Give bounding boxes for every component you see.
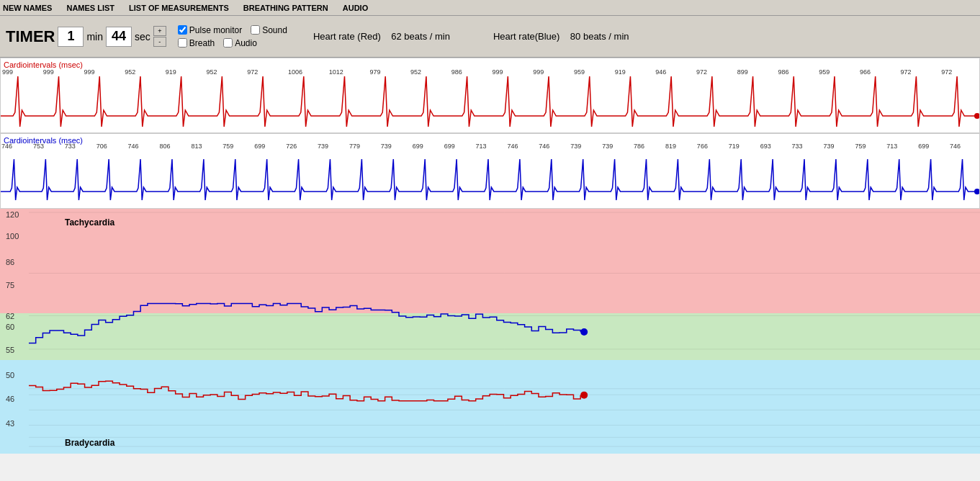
menu-list-measurements[interactable]: LIST OF MEASUREMENTS [129,4,229,12]
y-label-100: 100 [6,232,19,240]
controls-bar: TIMER 1 min 44 sec + - Pulse monitor Sou… [0,16,980,58]
timer-minutes-input[interactable]: 1 [58,27,84,47]
y-axis: 120 100 86 75 62 60 55 50 46 43 [6,209,27,454]
y-label-43: 43 [6,419,14,428]
audio-checkbox-label[interactable]: Audio [223,38,257,48]
ecg-blue-label: Cardiointervals (msec) [4,136,83,145]
y-label-75: 75 [6,281,14,289]
timer-increment-button[interactable]: + [153,26,166,36]
pulse-monitor-checkbox-label[interactable]: Pulse monitor [178,25,242,35]
ecg-blue-canvas [1,134,980,209]
timer-buttons: + - [153,26,166,47]
heart-rate-red-value: 62 beats / min [391,31,450,42]
sound-checkbox-label[interactable]: Sound [251,25,287,35]
menu-names-list[interactable]: NAMES LIST [66,4,114,12]
y-label-50: 50 [6,371,14,379]
timer-section: TIMER 1 min 44 sec + - [6,26,166,47]
charts-container: Cardiointervals (msec) Cardiointervals (… [0,58,980,209]
heart-rate-section: Heart rate (Red) 62 beats / min Heart ra… [313,31,629,42]
menu-breathing-pattern[interactable]: BREATHING PATTERN [243,4,328,12]
sound-label: Sound [262,25,287,35]
audio-checkbox[interactable] [223,38,233,48]
timer-label: TIMER [6,27,55,46]
checkbox-row-1: Pulse monitor Sound [178,25,287,35]
y-label-46: 46 [6,395,14,403]
heart-rate-blue-value: 80 beats / min [570,31,629,42]
heart-rate-red: Heart rate (Red) 62 beats / min [313,31,450,42]
timer-min-unit: min [86,31,103,42]
ecg-red-label: Cardiointervals (msec) [4,60,83,69]
pulse-monitor-checkbox[interactable] [178,25,187,35]
ecg-blue-panel: Cardiointervals (msec) [0,133,980,209]
y-label-86: 86 [6,258,14,266]
heart-rate-blue-label: Heart rate(Blue) [493,31,559,42]
y-label-120: 120 [6,210,19,219]
checkbox-row-2: Breath Audio [178,38,287,48]
checkboxes-section: Pulse monitor Sound Breath Audio [178,25,287,48]
y-label-60: 60 [6,323,14,331]
y-label-55: 55 [6,346,14,354]
y-label-62: 62 [6,312,14,320]
heart-rate-blue: Heart rate(Blue) 80 beats / min [493,31,629,42]
audio-label: Audio [235,38,257,48]
heart-rate-red-label: Heart rate (Red) [313,31,381,42]
breath-checkbox[interactable] [178,38,187,48]
breath-label: Breath [189,38,215,48]
menu-audio[interactable]: AUDIO [343,4,368,12]
timer-decrement-button[interactable]: - [153,37,166,47]
ecg-red-canvas [1,58,980,133]
menu-new-names[interactable]: NEW NAMES [3,4,52,12]
menu-bar: NEW NAMES NAMES LIST LIST OF MEASUREMENT… [0,0,980,16]
breath-checkbox-label[interactable]: Breath [178,38,215,48]
pulse-monitor-label: Pulse monitor [189,25,242,35]
hrv-canvas [0,209,980,454]
timer-sec-unit: sec [135,31,150,42]
ecg-red-panel: Cardiointervals (msec) [0,58,980,133]
sound-checkbox[interactable] [251,25,260,35]
bottom-panel: Tachycardia Bradycardia 120 100 86 75 62… [0,209,980,454]
timer-seconds-input[interactable]: 44 [106,27,132,47]
